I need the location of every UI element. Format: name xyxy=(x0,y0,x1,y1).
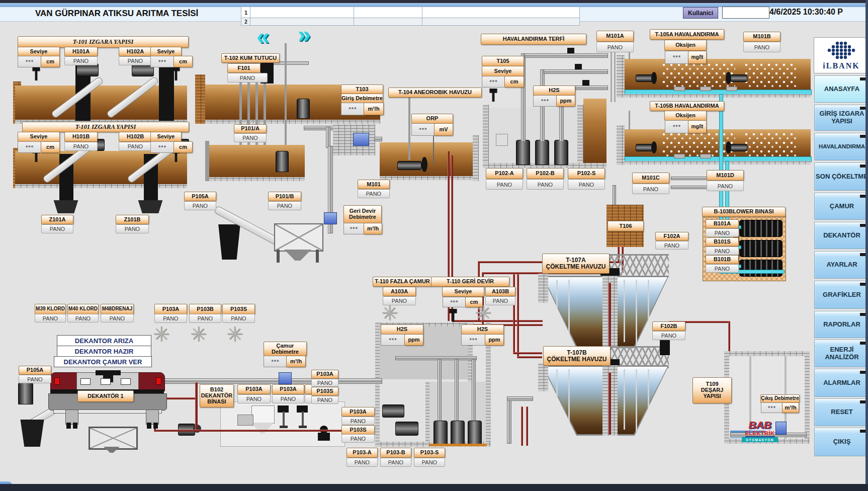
sidebar-item-cikis[interactable]: ÇIKIŞ xyxy=(814,428,868,456)
label-t106[interactable]: T106 xyxy=(607,221,644,231)
pano-m101c: PANO xyxy=(632,184,669,194)
sidebar-item-alarmlar[interactable]: ALARMLAR xyxy=(814,369,868,397)
user-button[interactable]: Kullanici xyxy=(683,7,718,19)
label-t105b-title[interactable]: T-105B HAVALANDIRMA xyxy=(650,101,724,111)
label-p102b[interactable]: P102-B xyxy=(527,168,564,179)
label-p103-b[interactable]: P103-B xyxy=(380,448,411,458)
nav-back-icon[interactable]: « xyxy=(256,27,270,46)
label-p103a[interactable]: P103A xyxy=(272,384,304,394)
sidebar-item-grafikler[interactable]: GRAFİKLER xyxy=(814,281,868,309)
label-p103a[interactable]: P103A xyxy=(237,384,271,394)
unit-m3h: m³/h xyxy=(782,402,799,413)
label-t103[interactable]: T103 xyxy=(341,85,383,94)
sludge-pipe xyxy=(521,406,523,446)
pano-h102b: PANO xyxy=(119,142,152,151)
pano-p102s: PANO xyxy=(568,179,605,190)
label-t105[interactable]: T105 xyxy=(482,56,524,66)
label-m101a[interactable]: M101A xyxy=(596,31,634,42)
label-havalandirma-terfi[interactable]: HAVALANDIRMA TERFİ xyxy=(481,34,586,45)
sidebar-item-reset[interactable]: RESET xyxy=(814,398,868,426)
label-m48-drenaj[interactable]: M48DRENAJ xyxy=(101,304,134,314)
sidebar-item-dekantor[interactable]: DEKANTÖR xyxy=(814,222,868,249)
label-t110-geri-devir[interactable]: T-110 GERİ DEVİR xyxy=(431,277,509,287)
label-t104-title[interactable]: T-104 ANEOROBIK HAVUZU xyxy=(388,88,482,98)
label-m101d[interactable]: M101D xyxy=(707,170,744,181)
hopper-funnel xyxy=(104,447,120,453)
orp-probe-line xyxy=(433,135,434,165)
label-h101a[interactable]: H101A xyxy=(64,47,98,56)
value-geri-devir: *** xyxy=(343,223,365,234)
label-t107a-title[interactable]: T-107A ÇÖKELTME HAVUZU xyxy=(542,254,610,274)
nav-forward-icon[interactable]: » xyxy=(298,25,311,44)
label-p105a-mid[interactable]: P105A xyxy=(184,192,216,201)
label-p103-a[interactable]: P103-A xyxy=(346,448,378,458)
label-p103a[interactable]: P103A xyxy=(311,370,338,379)
label-p103s[interactable]: P103S xyxy=(311,387,338,396)
sidebar-item-camur[interactable]: ÇAMUR xyxy=(814,193,868,220)
bab-otomasyon-text: OTOMASYON xyxy=(742,437,778,442)
sidebar-item-raporlar[interactable]: RAPORLAR xyxy=(814,311,868,338)
label-p103-s[interactable]: P103-S xyxy=(414,448,445,458)
label-cikis-debimetre: Çıkış Debimetre xyxy=(760,394,800,403)
label-t101b-title[interactable]: T-101 IZGARA YAPISI xyxy=(22,122,189,132)
label-f102b[interactable]: F102B xyxy=(652,321,685,331)
label-t110-fazla-camur[interactable]: T-110 FAZLA ÇAMUR xyxy=(373,277,432,287)
label-z101b[interactable]: Z101B xyxy=(116,215,149,224)
label-p101a[interactable]: P101/A xyxy=(234,124,267,133)
sidebar-item-ayarlar[interactable]: AYARLAR xyxy=(814,251,868,279)
sidebar-item-havalandirma[interactable]: HAVALANDIRMA xyxy=(814,133,868,160)
sidebar-item-giris-izgara-yapisi[interactable]: GİRİŞ IZGARA YAPISI xyxy=(814,105,868,131)
label-p103s[interactable]: P103S xyxy=(222,304,255,314)
user-input[interactable] xyxy=(722,7,769,19)
label-a103a[interactable]: A103A xyxy=(383,287,416,296)
label-b101a[interactable]: B101A xyxy=(706,219,739,228)
sidebar-item-enerji-analizor[interactable]: ENERJİ ANALİZÖR xyxy=(814,340,868,367)
label-b103-title[interactable]: B-103BLOWER BINASI xyxy=(702,207,786,217)
mixer-blade xyxy=(280,426,288,428)
pano-f102a: PANO xyxy=(655,241,688,250)
label-f101[interactable]: F101 xyxy=(227,63,261,73)
t109-wall xyxy=(805,351,810,444)
alarm-cell xyxy=(354,7,423,19)
label-f102a[interactable]: F102A xyxy=(655,232,688,241)
unit-cm: cm xyxy=(173,56,193,67)
sidebar-item-anasayfa[interactable]: ANASAYFA xyxy=(814,75,868,103)
label-dekantor-1[interactable]: DEKANTÖR 1 xyxy=(77,390,134,402)
label-b102-binasi[interactable]: B102 DEKANTÖR BİNASI xyxy=(200,384,234,407)
label-a103b[interactable]: A103B xyxy=(485,287,515,296)
aeration-bubbles xyxy=(662,62,735,90)
label-p103a[interactable]: P103A xyxy=(154,304,187,314)
pano-p103a: PANO xyxy=(311,379,338,387)
value-oksijen-a: *** xyxy=(665,51,689,64)
crane-mast xyxy=(285,43,287,150)
label-m101[interactable]: M101 xyxy=(358,180,390,189)
label-h102a[interactable]: H102A xyxy=(119,47,152,56)
label-p103s[interactable]: P103S xyxy=(341,425,375,435)
label-m101b[interactable]: M101B xyxy=(743,32,780,42)
label-h102b[interactable]: H102B xyxy=(119,132,152,142)
label-m39-klord[interactable]: M39 KLORD xyxy=(35,304,66,314)
label-p102s[interactable]: P102-S xyxy=(568,168,605,179)
label-h101b[interactable]: H101B xyxy=(64,132,98,142)
header-pipe xyxy=(525,53,608,58)
label-p101b[interactable]: P101/B xyxy=(268,192,301,201)
label-z101a[interactable]: Z101A xyxy=(41,215,73,224)
label-b101s[interactable]: B101S xyxy=(706,237,739,247)
label-m40-klord[interactable]: M40 KLORD xyxy=(67,304,99,314)
label-t105a-title[interactable]: T-105A HAVALANDIRMA xyxy=(650,29,724,40)
label-p102a[interactable]: P102-A xyxy=(486,168,523,179)
label-b101b[interactable]: B101B xyxy=(706,255,739,264)
status-dekantor-camur-ver: DEKANTOR ÇAMUR VER xyxy=(54,356,152,367)
label-p105a-dek[interactable]: P105A xyxy=(19,366,51,375)
pano-p103s: PANO xyxy=(222,314,255,323)
label-t107b-title[interactable]: T-107B ÇÖKELTME HAVUZU xyxy=(543,346,611,366)
label-p103a[interactable]: P103A xyxy=(341,407,375,417)
label-t109-title[interactable]: T109 DEŞARJ YAPISI xyxy=(692,377,732,403)
label-t101a-title[interactable]: T-101 IZGARA YAPISI xyxy=(18,36,189,48)
label-t102-title[interactable]: T-102 KUM TUTUCU xyxy=(221,53,280,63)
label-m101c[interactable]: M101C xyxy=(632,173,669,184)
label-p103b[interactable]: P103B xyxy=(189,304,221,314)
sludge-pipe xyxy=(195,382,198,432)
pano-p103a: PANO xyxy=(154,314,187,323)
sidebar-item-son-cokeltme[interactable]: SON ÇÖKELTME xyxy=(814,162,868,191)
